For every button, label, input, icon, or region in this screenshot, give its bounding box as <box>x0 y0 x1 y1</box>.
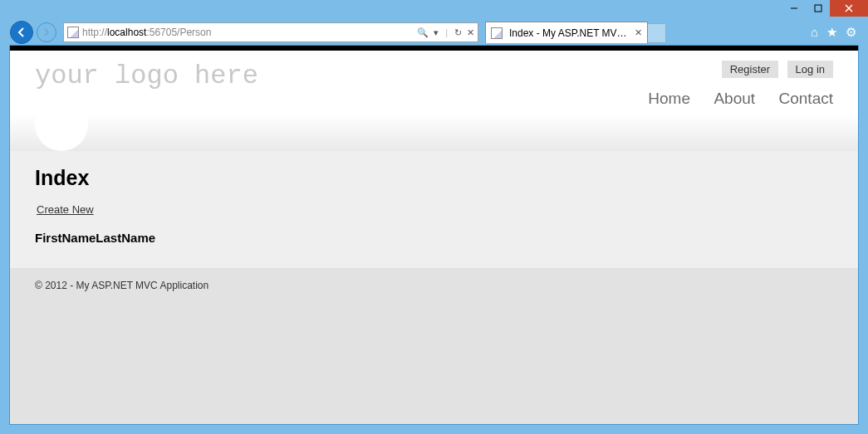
refresh-icon[interactable]: ↻ <box>454 27 462 38</box>
home-icon[interactable]: ⌂ <box>811 25 818 40</box>
tab-strip: Index - My ASP.NET MVC A... ✕ <box>485 22 666 43</box>
page-content: your logo here Register Log in Home Abou… <box>9 45 859 425</box>
address-bar[interactable]: http://localhost:56705/Person 🔍 ▾ | ↻ ✕ <box>63 22 478 42</box>
page-icon <box>67 27 79 38</box>
login-link[interactable]: Log in <box>787 61 833 78</box>
svg-rect-1 <box>815 5 821 12</box>
main: Index Create New FirstNameLastName <box>10 151 858 268</box>
nav-menu: Home About Contact <box>628 90 833 108</box>
stop-icon[interactable]: ✕ <box>467 27 474 38</box>
address-row: http://localhost:56705/Person 🔍 ▾ | ↻ ✕ … <box>0 20 868 45</box>
col-firstname: FirstName <box>35 231 96 245</box>
site-header: your logo here Register Log in Home Abou… <box>10 51 858 115</box>
page-icon <box>491 27 503 39</box>
tab-title: Index - My ASP.NET MVC A... <box>509 27 631 39</box>
maximize-button[interactable] <box>806 0 830 17</box>
nav-home[interactable]: Home <box>648 90 690 107</box>
settings-icon[interactable]: ⚙ <box>846 25 856 40</box>
forward-button[interactable] <box>37 22 56 42</box>
col-lastname: LastName <box>96 231 155 245</box>
logo: your logo here <box>35 61 258 91</box>
auth-links: Register Log in <box>628 61 833 78</box>
minimize-button[interactable] <box>782 0 806 17</box>
dropdown-icon[interactable]: ▾ <box>434 27 439 38</box>
close-button[interactable] <box>830 0 868 17</box>
create-new-link[interactable]: Create New <box>37 203 94 216</box>
browser-window: http://localhost:56705/Person 🔍 ▾ | ↻ ✕ … <box>0 0 868 434</box>
page-title: Index <box>35 166 833 190</box>
nav-contact[interactable]: Contact <box>779 90 833 107</box>
nav-about[interactable]: About <box>714 90 755 107</box>
register-link[interactable]: Register <box>722 61 778 78</box>
new-tab-button[interactable] <box>648 23 666 43</box>
close-tab-icon[interactable]: ✕ <box>635 27 642 38</box>
titlebar <box>0 0 868 20</box>
tab-active[interactable]: Index - My ASP.NET MVC A... ✕ <box>485 22 648 43</box>
url-text: http://localhost:56705/Person <box>82 27 417 38</box>
table-header: FirstNameLastName <box>35 231 833 245</box>
footer: © 2012 - My ASP.NET MVC Application <box>10 268 858 424</box>
search-icon[interactable]: 🔍 <box>417 27 429 38</box>
address-controls: 🔍 ▾ | ↻ ✕ <box>417 27 474 38</box>
footer-text: © 2012 - My ASP.NET MVC Application <box>35 280 208 291</box>
favorites-icon[interactable]: ★ <box>826 25 837 40</box>
header-gradient <box>10 115 858 151</box>
back-button[interactable] <box>10 21 33 44</box>
